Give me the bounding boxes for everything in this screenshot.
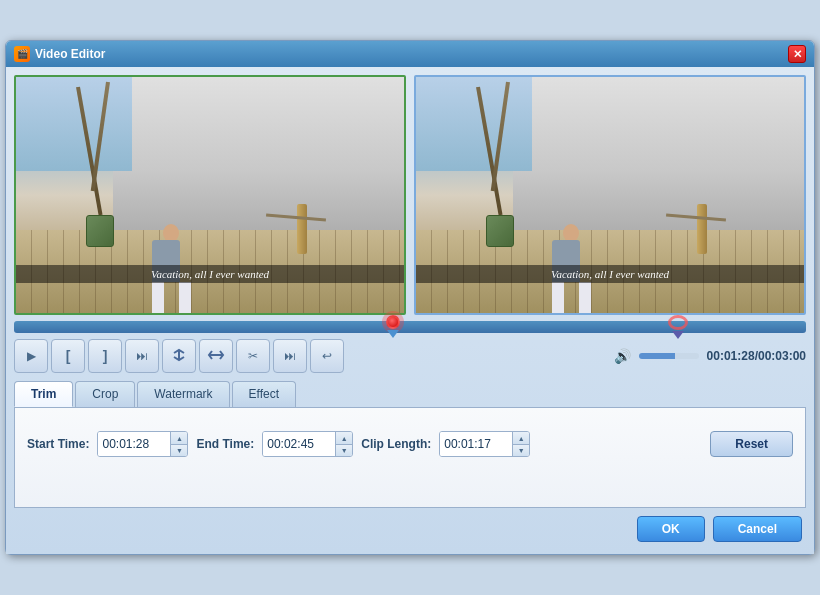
window-title: Video Editor [35, 47, 105, 61]
video-editor-window: 🎬 Video Editor ✕ [5, 40, 815, 555]
playhead-circle [386, 315, 400, 329]
end-time-down[interactable]: ▼ [336, 444, 352, 456]
flip-h-button[interactable] [162, 339, 196, 373]
play-button[interactable]: ▶ [14, 339, 48, 373]
bottom-row: OK Cancel [14, 508, 806, 546]
clip-length-up[interactable]: ▲ [513, 432, 529, 444]
title-bar-left: 🎬 Video Editor [14, 46, 105, 62]
video-panels: Vacation, all I ever wanted [14, 75, 806, 315]
tab-trim-label: Trim [31, 387, 56, 401]
clip-length-input-wrap: ▲ ▼ [439, 431, 530, 457]
undo-icon: ↩ [322, 349, 332, 363]
cancel-button[interactable]: Cancel [713, 516, 802, 542]
scissors-icon: ✂ [248, 349, 258, 363]
next-frame-button[interactable]: ⏭ [125, 339, 159, 373]
undo-button[interactable]: ↩ [310, 339, 344, 373]
start-time-input[interactable] [98, 432, 170, 456]
clip-length-spinners: ▲ ▼ [512, 432, 529, 456]
next-frame-icon: ⏭ [136, 349, 148, 363]
skip-end-button[interactable]: ⏭ [273, 339, 307, 373]
timeline[interactable] [14, 321, 806, 333]
tab-effect-label: Effect [249, 387, 279, 401]
mark-in-button[interactable]: [ [51, 339, 85, 373]
end-time-up[interactable]: ▲ [336, 432, 352, 444]
tab-effect[interactable]: Effect [232, 381, 296, 407]
right-scene: Vacation, all I ever wanted [416, 77, 804, 313]
end-time-input[interactable] [263, 432, 335, 456]
flip-h-icon [170, 348, 188, 365]
tab-watermark[interactable]: Watermark [137, 381, 229, 407]
mark-in-icon: [ [66, 348, 71, 364]
right-video-panel: Vacation, all I ever wanted [414, 75, 806, 315]
volume-icon: 🔊 [614, 348, 631, 364]
tab-crop[interactable]: Crop [75, 381, 135, 407]
reset-button[interactable]: Reset [710, 431, 793, 457]
end-time-spinners: ▲ ▼ [335, 432, 352, 456]
playhead-tri2 [672, 331, 684, 339]
clip-length-label: Clip Length: [361, 437, 431, 451]
primary-playhead[interactable] [386, 315, 400, 339]
app-icon: 🎬 [14, 46, 30, 62]
secondary-playhead[interactable] [671, 315, 685, 339]
controls-row: ▶ [ ] ⏭ [14, 337, 806, 375]
close-button[interactable]: ✕ [788, 45, 806, 63]
playhead-ring [668, 315, 688, 330]
time-display: 00:01:28/00:03:00 [707, 349, 806, 363]
flip-v-button[interactable] [199, 339, 233, 373]
play-icon: ▶ [27, 349, 36, 363]
tab-trim[interactable]: Trim [14, 381, 73, 407]
end-time-label: End Time: [196, 437, 254, 451]
playhead-triangle [387, 330, 399, 338]
volume-slider[interactable] [639, 353, 699, 359]
tab-crop-label: Crop [92, 387, 118, 401]
mark-out-button[interactable]: ] [88, 339, 122, 373]
tabs-row: Trim Crop Watermark Effect [14, 381, 806, 408]
start-time-up[interactable]: ▲ [171, 432, 187, 444]
trim-row: Start Time: ▲ ▼ End Time: ▲ ▼ Cl [27, 431, 793, 457]
left-video-panel: Vacation, all I ever wanted [14, 75, 406, 315]
tab-watermark-label: Watermark [154, 387, 212, 401]
clip-length-input[interactable] [440, 432, 512, 456]
end-time-input-wrap: ▲ ▼ [262, 431, 353, 457]
title-bar: 🎬 Video Editor ✕ [6, 41, 814, 67]
mark-out-icon: ] [103, 348, 108, 364]
start-time-label: Start Time: [27, 437, 89, 451]
flip-v-icon [207, 348, 225, 365]
tab-content: Start Time: ▲ ▼ End Time: ▲ ▼ Cl [14, 408, 806, 508]
clip-length-down[interactable]: ▼ [513, 444, 529, 456]
scissors-button[interactable]: ✂ [236, 339, 270, 373]
ok-button[interactable]: OK [637, 516, 705, 542]
left-subtitle: Vacation, all I ever wanted [16, 265, 404, 283]
main-content: Vacation, all I ever wanted [6, 67, 814, 554]
start-time-spinners: ▲ ▼ [170, 432, 187, 456]
right-subtitle: Vacation, all I ever wanted [416, 265, 804, 283]
skip-end-icon: ⏭ [284, 349, 296, 363]
start-time-input-wrap: ▲ ▼ [97, 431, 188, 457]
controls-right: 🔊 00:01:28/00:03:00 [614, 348, 806, 364]
start-time-down[interactable]: ▼ [171, 444, 187, 456]
controls-left: ▶ [ ] ⏭ [14, 339, 344, 373]
left-scene: Vacation, all I ever wanted [16, 77, 404, 313]
timeline-track[interactable] [14, 321, 806, 333]
